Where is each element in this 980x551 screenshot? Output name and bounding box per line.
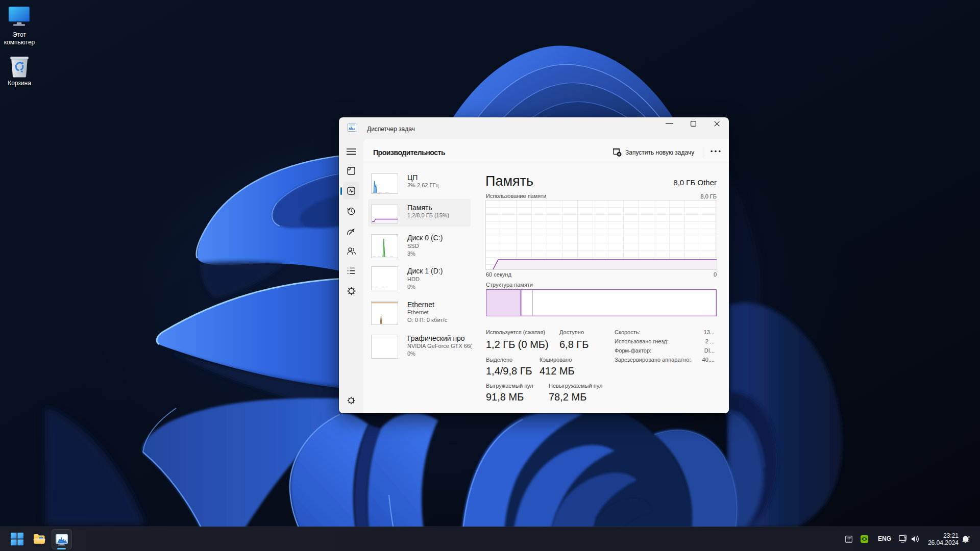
svg-text:z: z bbox=[968, 535, 970, 538]
